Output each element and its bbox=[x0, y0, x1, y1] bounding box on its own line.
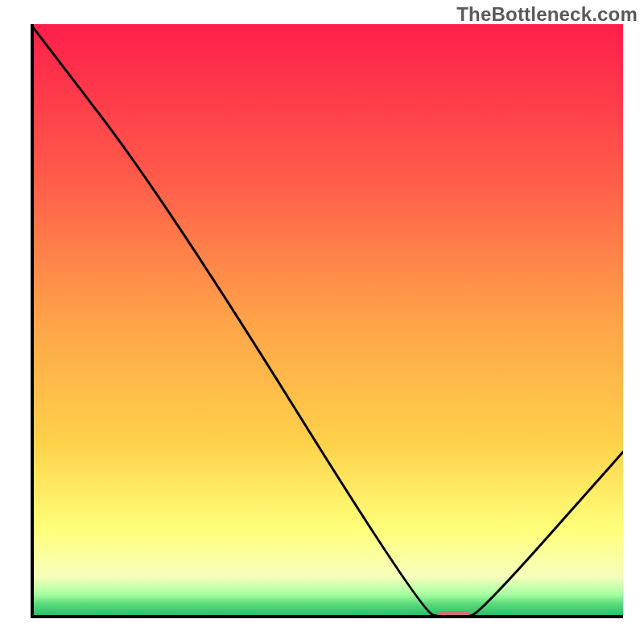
gradient-background bbox=[31, 24, 623, 618]
chart-svg bbox=[31, 24, 623, 618]
watermark-label: TheBottleneck.com bbox=[456, 3, 638, 26]
chart-canvas: TheBottleneck.com bbox=[0, 0, 644, 644]
plot-area bbox=[31, 24, 623, 618]
